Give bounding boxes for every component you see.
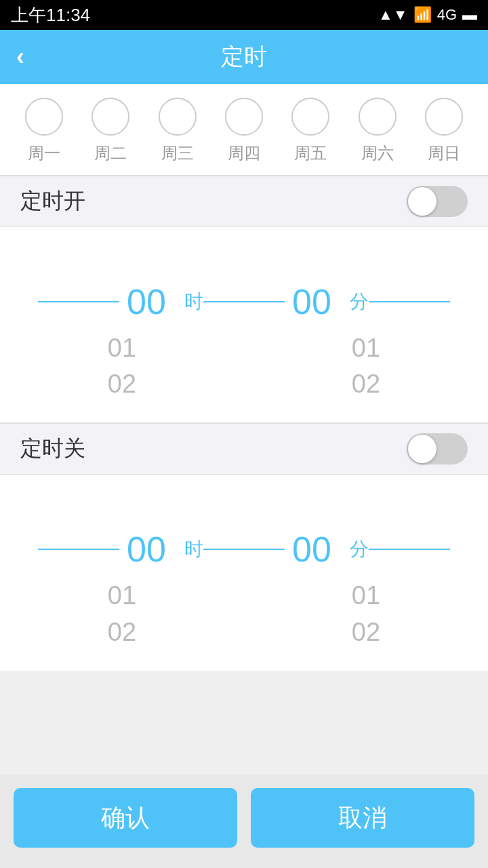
day-label-wed: 周三 xyxy=(159,142,197,164)
timer-off-hour-sub2: 02 xyxy=(108,614,136,650)
timer-off-mid-line xyxy=(203,549,285,550)
timer-on-toggle[interactable] xyxy=(407,186,468,217)
timer-off-selected-row: 00 时 00 分 xyxy=(0,529,488,570)
day-circle-sun[interactable] xyxy=(425,98,463,136)
day-circle-mon[interactable] xyxy=(25,98,63,136)
battery-icon: ▬ xyxy=(462,6,477,24)
timer-on-minute-sub2: 02 xyxy=(352,366,380,402)
timer-on-left-line xyxy=(38,301,119,302)
day-label-tue: 周二 xyxy=(92,142,129,164)
network-type: 4G xyxy=(437,6,457,24)
timer-on-minute-label: 分 xyxy=(350,289,369,315)
timer-off-hour-label: 时 xyxy=(184,536,203,562)
timer-on-minute-sub1: 01 xyxy=(352,330,380,366)
day-circle-sat[interactable] xyxy=(359,98,396,136)
status-bar: 上午11:34 ▲▼ 📶 4G ▬ xyxy=(0,0,488,30)
back-button[interactable]: ‹ xyxy=(16,43,24,71)
network-bars-icon: 📶 xyxy=(413,6,432,24)
status-time: 上午11:34 xyxy=(11,3,90,27)
signal-icon: ▲▼ xyxy=(378,6,408,24)
day-circle-wed[interactable] xyxy=(159,98,197,136)
timer-on-mid-line xyxy=(203,301,285,302)
timer-on-minute-value: 00 xyxy=(285,281,339,322)
timer-on-right-line xyxy=(369,301,450,302)
status-icons: ▲▼ 📶 4G ▬ xyxy=(378,6,477,24)
timer-off-section: 定时关 00 时 00 分 01 02 xyxy=(0,423,488,670)
timer-on-section: 定时开 00 时 00 分 01 02 xyxy=(0,176,488,422)
timer-on-hour-sub2: 02 xyxy=(108,366,136,402)
timer-off-hour-sub1: 01 xyxy=(108,578,136,614)
day-circles-row xyxy=(11,98,477,136)
timer-off-minute-value: 00 xyxy=(285,529,339,570)
day-selector: 周一 周二 周三 周四 周五 周六 周日 xyxy=(0,84,488,175)
day-label-mon: 周一 xyxy=(25,142,63,164)
timer-on-hour-sub1: 01 xyxy=(108,330,136,366)
timer-on-sub-row: 01 02 01 02 xyxy=(0,330,488,402)
timer-off-minute-sub1: 01 xyxy=(352,578,380,614)
timer-off-hour-container[interactable]: 00 时 xyxy=(119,529,203,570)
day-circle-fri[interactable] xyxy=(291,98,329,136)
timer-off-minute-sub: 01 02 xyxy=(244,578,488,650)
timer-off-header: 定时关 xyxy=(0,423,488,475)
timer-off-minute-label: 分 xyxy=(350,536,369,562)
confirm-button[interactable]: 确认 xyxy=(14,788,237,848)
timer-off-hour-sub: 01 02 xyxy=(0,578,244,650)
day-label-sun: 周日 xyxy=(425,142,463,164)
timer-on-header: 定时开 xyxy=(0,176,488,227)
timer-off-sub-row: 01 02 01 02 xyxy=(0,578,488,650)
app-header: ‹ 定时 xyxy=(0,30,488,84)
timer-on-hour-value: 00 xyxy=(119,281,174,322)
day-label-fri: 周五 xyxy=(291,142,329,164)
timer-off-label: 定时关 xyxy=(20,434,85,464)
timer-on-picker: 00 时 00 分 01 02 01 02 xyxy=(0,227,488,422)
timer-off-left-line xyxy=(38,549,119,550)
timer-on-hour-label: 时 xyxy=(184,289,203,315)
timer-on-hour-container[interactable]: 00 时 xyxy=(119,281,203,322)
timer-on-minute-sub: 01 02 xyxy=(244,330,488,402)
day-circle-tue[interactable] xyxy=(92,98,129,136)
timer-off-hour-value: 00 xyxy=(119,529,174,570)
timer-on-label: 定时开 xyxy=(20,186,85,216)
cancel-button[interactable]: 取消 xyxy=(251,788,474,848)
day-label-thu: 周四 xyxy=(225,142,263,164)
timer-off-right-line xyxy=(369,549,450,550)
bottom-buttons: 确认 取消 xyxy=(0,774,488,868)
timer-off-toggle[interactable] xyxy=(407,433,468,465)
timer-off-picker: 00 时 00 分 01 02 01 02 xyxy=(0,475,488,670)
page-title: 定时 xyxy=(221,41,267,73)
timer-off-toggle-knob xyxy=(408,435,436,463)
timer-on-minute-container[interactable]: 00 分 xyxy=(285,281,369,322)
day-circle-thu[interactable] xyxy=(225,98,263,136)
timer-off-minute-sub2: 02 xyxy=(352,614,380,650)
day-labels-row: 周一 周二 周三 周四 周五 周六 周日 xyxy=(11,142,477,164)
timer-on-selected-row: 00 时 00 分 xyxy=(0,281,488,322)
day-label-sat: 周六 xyxy=(359,142,396,164)
timer-on-toggle-knob xyxy=(408,187,436,216)
timer-on-hour-sub: 01 02 xyxy=(0,330,244,402)
timer-off-minute-container[interactable]: 00 分 xyxy=(285,529,369,570)
